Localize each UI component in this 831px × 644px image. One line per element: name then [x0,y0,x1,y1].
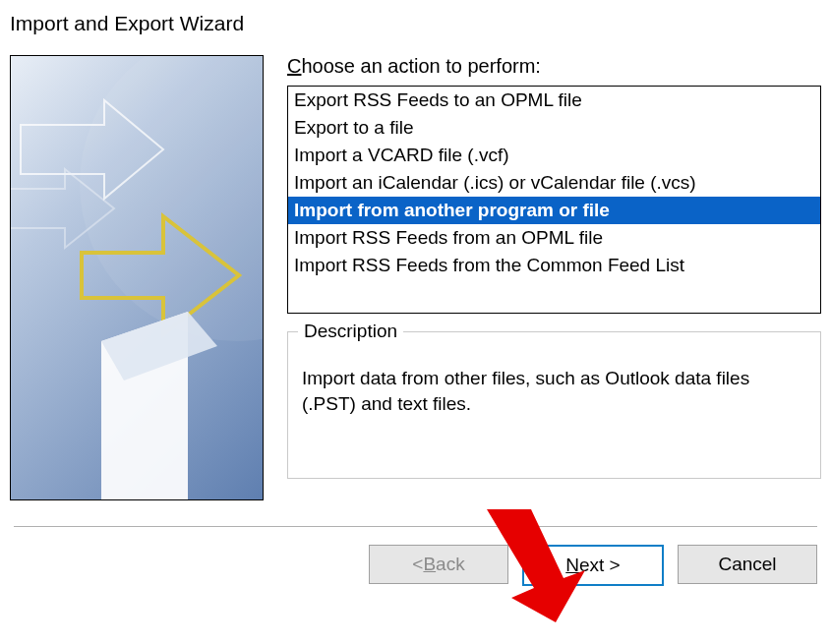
cancel-button[interactable]: Cancel [678,545,817,584]
wizard-graphic [10,55,264,500]
button-row: < Back Next > Cancel [0,527,831,586]
action-listbox[interactable]: Export RSS Feeds to an OPML fileExport t… [287,86,821,314]
action-option[interactable]: Import a VCARD file (.vcf) [288,142,820,169]
action-option[interactable]: Export to a file [288,114,820,142]
next-button[interactable]: Next > [522,545,664,586]
prompt-label: Choose an action to perform: [287,55,821,78]
action-option[interactable]: Import RSS Feeds from an OPML file [288,224,820,252]
dialog-title: Import and Export Wizard [0,0,831,55]
dialog-content: Choose an action to perform: Export RSS … [0,55,831,500]
back-button: < Back [369,545,508,584]
action-option[interactable]: Import an iCalendar (.ics) or vCalendar … [288,169,820,197]
action-option[interactable]: Import RSS Feeds from the Common Feed Li… [288,252,820,279]
description-group: Description Import data from other files… [287,331,821,479]
description-text: Import data from other files, such as Ou… [302,366,806,417]
action-option[interactable]: Export RSS Feeds to an OPML file [288,87,820,114]
action-option[interactable]: Import from another program or file [288,197,820,224]
description-legend: Description [298,321,403,342]
